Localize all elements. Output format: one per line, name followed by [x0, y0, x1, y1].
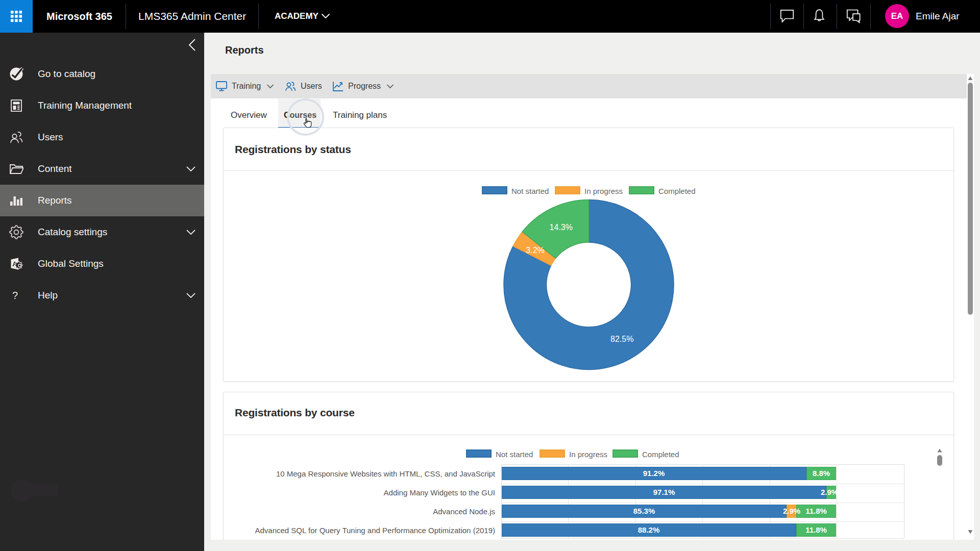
- svg-text:82.5%: 82.5%: [610, 335, 633, 343]
- svg-text:14.3%: 14.3%: [550, 223, 573, 232]
- svg-text:3.2%: 3.2%: [526, 246, 544, 255]
